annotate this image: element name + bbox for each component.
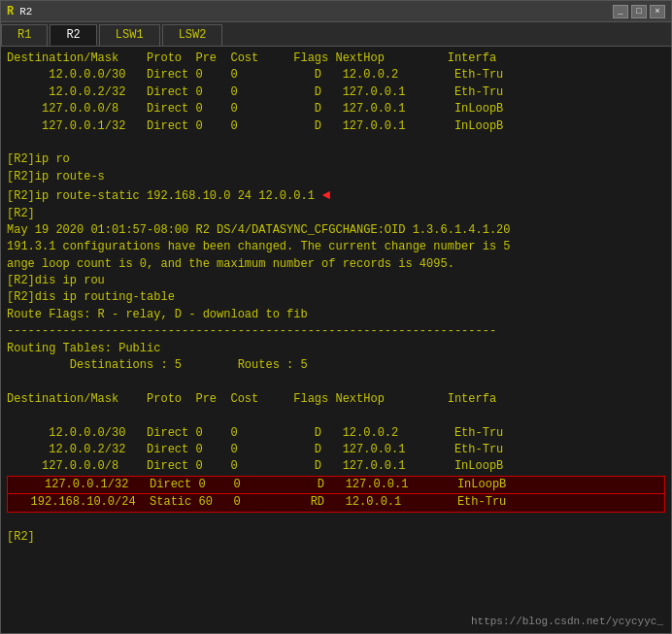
terminal-line: [R2]ip route-s xyxy=(7,170,105,184)
terminal-line: 127.0.0.0/8 Direct 0 0 D 127.0.0.1 InLoo… xyxy=(7,459,503,473)
terminal-line: Destination/Mask Proto Pre Cost Flags Ne… xyxy=(7,392,496,406)
terminal[interactable]: Destination/Mask Proto Pre Cost Flags Ne… xyxy=(1,47,671,633)
terminal-line: 191.3.1 configurations have been changed… xyxy=(7,240,510,253)
terminal-line: Routing Tables: Public xyxy=(7,342,160,355)
highlighted-row-1: 127.0.0.1/32 Direct 0 0 D 127.0.0.1 InLo… xyxy=(7,476,665,494)
maximize-button[interactable]: □ xyxy=(631,5,647,18)
terminal-line: ange loop count is 0, and the maximum nu… xyxy=(7,257,454,271)
title-bar: R R2 _ □ × xyxy=(1,1,671,22)
tab-lsw2[interactable]: LSW2 xyxy=(162,24,223,46)
terminal-line: [R2] xyxy=(7,207,35,220)
terminal-line: [R2]ip ro xyxy=(7,152,70,166)
terminal-line: May 19 2020 01:01:57-08:00 R2 DS/4/DATAS… xyxy=(7,223,510,237)
terminal-line: [R2]dis ip routing-table xyxy=(7,290,175,304)
terminal-line: Destinations : 5 Routes : 5 xyxy=(7,358,308,372)
terminal-line: 12.0.0.2/32 Direct 0 0 D 127.0.0.1 Eth-T… xyxy=(7,85,503,99)
terminal-line: 12.0.0.0/30 Direct 0 0 D 12.0.0.2 Eth-Tr… xyxy=(7,68,503,82)
window-icon: R xyxy=(7,5,14,18)
main-window: R R2 _ □ × R1 R2 LSW1 LSW2 Destination/M… xyxy=(0,0,672,634)
content-area: Destination/Mask Proto Pre Cost Flags Ne… xyxy=(1,47,671,633)
tab-bar: R1 R2 LSW1 LSW2 xyxy=(1,22,671,47)
terminal-line: Destination/Mask Proto Pre Cost Flags Ne… xyxy=(7,51,496,65)
terminal-line: 127.0.0.1/32 Direct 0 0 D 127.0.0.1 InLo… xyxy=(7,119,503,133)
terminal-line: 12.0.0.0/30 Direct 0 0 D 12.0.0.2 Eth-Tr… xyxy=(7,426,503,440)
tab-lsw1[interactable]: LSW1 xyxy=(99,24,160,46)
red-arrow-icon: ◄ xyxy=(322,187,330,203)
terminal-line: 127.0.0.0/8 Direct 0 0 D 127.0.0.1 InLoo… xyxy=(7,102,503,116)
terminal-line: [R2] xyxy=(7,530,35,544)
terminal-line: [R2]dis ip rou xyxy=(7,274,105,287)
watermark: https://blog.csdn.net/ycycyyc_ xyxy=(471,616,663,627)
terminal-line: ----------------------------------------… xyxy=(7,324,496,338)
window-controls: _ □ × xyxy=(613,5,665,18)
tab-r2[interactable]: R2 xyxy=(50,24,96,46)
close-button[interactable]: × xyxy=(650,5,665,18)
terminal-line: 12.0.0.2/32 Direct 0 0 D 127.0.0.1 Eth-T… xyxy=(7,443,503,456)
terminal-line: Route Flags: R - relay, D - download to … xyxy=(7,308,308,321)
tab-r1[interactable]: R1 xyxy=(1,24,48,46)
window-title: R2 xyxy=(19,6,32,17)
minimize-button[interactable]: _ xyxy=(613,5,628,18)
route-static-line: [R2]ip route-static 192.168.10.0 24 12.0… xyxy=(7,189,315,203)
highlighted-row-2: 192.168.10.0/24 Static 60 0 RD 12.0.0.1 … xyxy=(7,494,665,512)
